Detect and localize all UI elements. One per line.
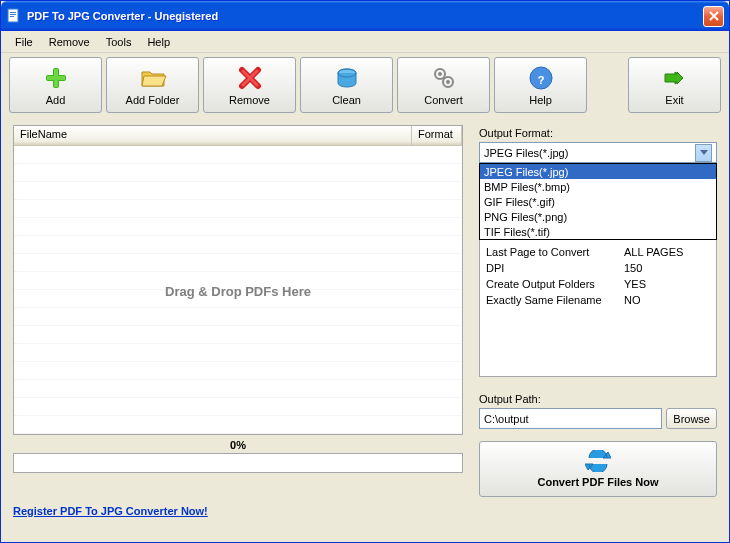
add-folder-button[interactable]: Add Folder <box>106 57 199 113</box>
convert-now-button[interactable]: Convert PDF Files Now <box>479 441 717 497</box>
svg-rect-3 <box>10 16 14 17</box>
close-button[interactable] <box>703 6 724 27</box>
convert-now-icon <box>585 450 611 474</box>
output-format-dropdown[interactable]: JPEG Files(*.jpg) BMP Files(*.bmp) GIF F… <box>479 163 717 240</box>
exit-button[interactable]: Exit <box>628 57 721 113</box>
svg-text:?: ? <box>537 74 544 86</box>
clean-icon <box>333 64 361 92</box>
clean-button[interactable]: Clean <box>300 57 393 113</box>
menubar: File Remove Tools Help <box>1 31 729 53</box>
browse-button[interactable]: Browse <box>666 408 717 429</box>
svg-point-13 <box>446 80 450 84</box>
progress-bar <box>13 453 463 473</box>
add-folder-label: Add Folder <box>126 94 180 106</box>
output-path-input[interactable] <box>479 408 662 429</box>
help-button[interactable]: ? Help <box>494 57 587 113</box>
exit-label: Exit <box>665 94 683 106</box>
opt-png[interactable]: PNG Files(*.png) <box>480 209 716 224</box>
convert-button[interactable]: Convert <box>397 57 490 113</box>
opt-tif[interactable]: TIF Files(*.tif) <box>480 224 716 239</box>
opt-bmp[interactable]: BMP Files(*.bmp) <box>480 179 716 194</box>
convert-now-label: Convert PDF Files Now <box>537 476 658 488</box>
svg-point-12 <box>438 72 442 76</box>
dragdrop-hint: Drag & Drop PDFs Here <box>165 284 311 299</box>
col-filename[interactable]: FileName <box>14 126 412 145</box>
menu-remove[interactable]: Remove <box>41 34 98 50</box>
output-format-value: JPEG Files(*.jpg) <box>484 147 695 159</box>
svg-rect-1 <box>10 12 16 13</box>
folder-icon <box>139 64 167 92</box>
menu-help[interactable]: Help <box>139 34 178 50</box>
svg-rect-7 <box>47 76 65 80</box>
remove-icon <box>236 64 264 92</box>
table-body[interactable]: Drag & Drop PDFs Here <box>14 146 462 435</box>
svg-rect-0 <box>8 9 18 22</box>
add-label: Add <box>46 94 66 106</box>
file-table[interactable]: FileName Format Drag & Drop PDFs Here <box>13 125 463 435</box>
output-format-label: Output Format: <box>479 125 717 142</box>
clean-label: Clean <box>332 94 361 106</box>
add-icon <box>42 64 70 92</box>
app-icon <box>6 8 22 24</box>
opt-gif[interactable]: GIF Files(*.gif) <box>480 194 716 209</box>
convert-label: Convert <box>424 94 463 106</box>
titlebar: PDF To JPG Converter - Unegistered <box>1 1 729 31</box>
output-path-label: Output Path: <box>479 391 717 408</box>
setting-row: Last Page to ConvertALL PAGES <box>480 246 716 262</box>
toolbar: Add Add Folder Remove Clean Convert ? He… <box>1 53 729 117</box>
remove-button[interactable]: Remove <box>203 57 296 113</box>
menu-tools[interactable]: Tools <box>98 34 140 50</box>
svg-rect-2 <box>10 14 16 15</box>
setting-row: DPI150 <box>480 262 716 278</box>
table-header: FileName Format <box>14 126 462 146</box>
add-button[interactable]: Add <box>9 57 102 113</box>
help-label: Help <box>529 94 552 106</box>
convert-icon <box>430 64 458 92</box>
chevron-down-icon[interactable] <box>695 144 712 162</box>
help-icon: ? <box>527 64 555 92</box>
opt-jpeg[interactable]: JPEG Files(*.jpg) <box>480 164 716 179</box>
remove-label: Remove <box>229 94 270 106</box>
output-format-select[interactable]: JPEG Files(*.jpg) JPEG Files(*.jpg) BMP … <box>479 142 717 163</box>
progress-label: 0% <box>13 435 463 453</box>
register-link[interactable]: Register PDF To JPG Converter Now! <box>1 501 729 521</box>
setting-row: Create Output FoldersYES <box>480 278 716 294</box>
col-format[interactable]: Format <box>412 126 462 145</box>
exit-icon <box>661 64 689 92</box>
window-title: PDF To JPG Converter - Unegistered <box>27 10 703 22</box>
setting-row: Exactly Same FilenameNO <box>480 294 716 310</box>
menu-file[interactable]: File <box>7 34 41 50</box>
